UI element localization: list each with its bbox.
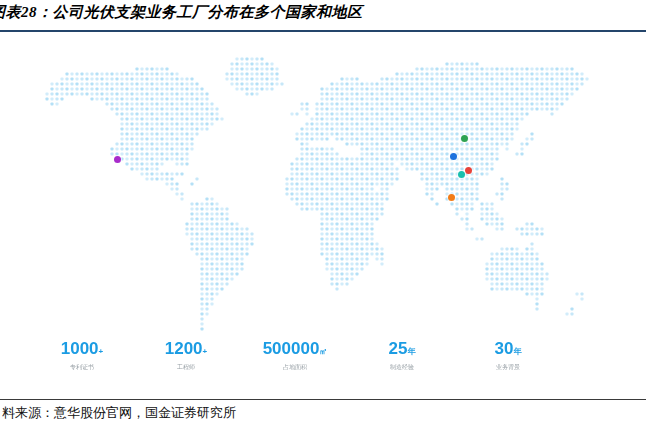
stat-area: 500000㎡占地面积 [240, 340, 350, 371]
stat-label: 占地面积 [240, 364, 350, 371]
stat-engineers: 1200+工程师 [131, 340, 241, 371]
stat-value: 25年 [347, 340, 457, 361]
footer-divider-line [0, 399, 646, 400]
stat-manufacturing-experience: 25年制造经验 [347, 340, 457, 371]
stat-patents: 1000+专利证书 [27, 340, 137, 371]
factory-marker-vietnam [448, 194, 455, 201]
factory-marker-south-china [458, 171, 465, 178]
stat-label: 业务背景 [453, 364, 563, 371]
stat-business-background: 30年业务背景 [453, 340, 563, 371]
factory-marker-northeast-china [461, 135, 468, 142]
source-note: 料来源：意华股份官网，国金证券研究所 [2, 404, 236, 422]
stat-value: 1200+ [131, 340, 241, 361]
factory-marker-mexico [114, 156, 121, 163]
factory-marker-north-china [450, 153, 457, 160]
stat-value: 500000㎡ [240, 340, 350, 361]
factory-marker-east-china-coast [465, 167, 472, 174]
stat-value: 1000+ [27, 340, 137, 361]
stat-label: 制造经验 [347, 364, 457, 371]
stat-label: 工程师 [131, 364, 241, 371]
stats-row: 1000+专利证书1200+工程师500000㎡占地面积25年制造经验30年业务… [0, 340, 646, 378]
world-dot-map [25, 52, 635, 347]
stat-value: 30年 [453, 340, 563, 361]
stat-label: 专利证书 [27, 364, 137, 371]
